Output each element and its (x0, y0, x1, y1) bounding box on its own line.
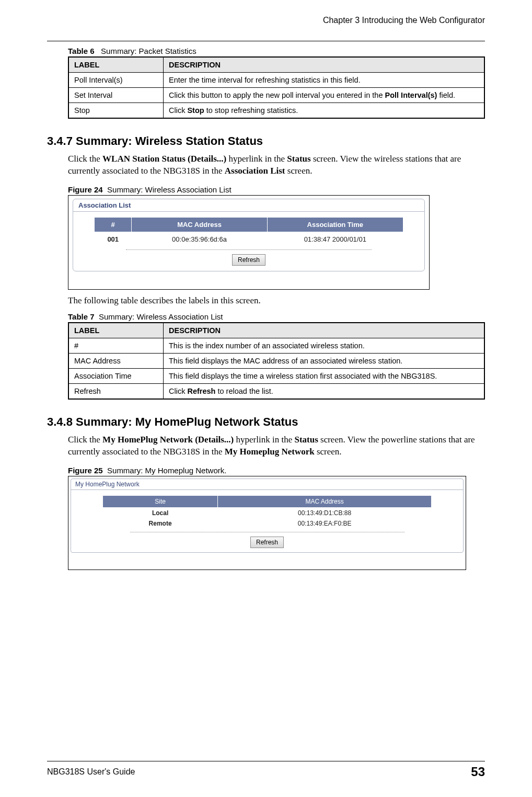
refresh-button[interactable]: Refresh (232, 254, 265, 266)
fig24-col-idx: # (95, 217, 132, 232)
figure25-panel-title: My HomePlug Network (71, 479, 463, 490)
table7-caption: Table 7 Summary: Wireless Association Li… (68, 312, 485, 321)
fig24-row-idx: 001 (95, 232, 132, 246)
dotted-separator (126, 249, 372, 250)
table6-header-label: LABEL (68, 57, 164, 73)
dotted-separator (130, 532, 404, 532)
fig24-col-assoc: Association Time (267, 217, 403, 232)
section-347-para: Click the WLAN Station Status (Details..… (47, 153, 485, 177)
header-rule (47, 41, 485, 41)
section-348-para: Click the My HomePlug Network (Details..… (47, 434, 485, 458)
refresh-button[interactable]: Refresh (250, 537, 284, 548)
table-row: Refresh Click Refresh to reload the list… (68, 383, 484, 399)
fig24-row-mac: 00:0e:35:96:6d:6a (132, 232, 268, 246)
table-row: MAC Address This field displays the MAC … (68, 353, 484, 368)
table7-header-label: LABEL (68, 323, 164, 338)
table7: LABEL DESCRIPTION # This is the index nu… (68, 322, 485, 400)
section-348-title: 3.4.8 Summary: My HomePlug Network Statu… (47, 415, 485, 429)
t6-r1-label: Set Interval (68, 88, 164, 103)
table-row: Poll Interval(s) Enter the time interval… (68, 73, 484, 88)
t6-r0-desc: Enter the time interval for refreshing s… (164, 73, 485, 88)
page-number: 53 (471, 765, 485, 779)
t6-r0-label: Poll Interval(s) (68, 73, 164, 88)
table-row: 001 00:0e:35:96:6d:6a 01:38:47 2000/01/0… (95, 232, 403, 246)
table6-header-desc: DESCRIPTION (164, 57, 485, 73)
figure24-box: Association List # MAC Address Associati… (68, 195, 430, 290)
table7-intro: The following table describes the labels… (47, 295, 485, 307)
figure24-caption: Figure 24 Summary: Wireless Association … (47, 185, 485, 194)
figure24-panel-title: Association List (73, 199, 424, 212)
t6-r2-desc: Click Stop to stop refreshing statistics… (164, 103, 485, 119)
table6-caption-text: Summary: Packet Statistics (101, 47, 196, 55)
footer-guide: NBG318S User's Guide (47, 767, 135, 777)
table-row: Association Time This field displays the… (68, 368, 484, 383)
table-row: Stop Click Stop to stop refreshing stati… (68, 103, 484, 119)
page-footer: NBG318S User's Guide 53 (47, 761, 485, 779)
table7-header-desc: DESCRIPTION (164, 323, 485, 338)
fig25-col-mac: MAC Address (218, 495, 432, 507)
t6-r1-desc: Click this button to apply the new poll … (164, 88, 485, 103)
table-row: Set Interval Click this button to apply … (68, 88, 484, 103)
table-row: # This is the index number of an associa… (68, 338, 484, 353)
fig25-col-site: Site (103, 495, 218, 507)
table-row: Remote 00:13:49:EA:F0:BE (103, 518, 432, 529)
figure25-panel: My HomePlug Network Site MAC Address Loc… (71, 479, 464, 553)
fig24-row-assoc: 01:38:47 2000/01/01 (267, 232, 403, 246)
figure24-panel: Association List # MAC Address Associati… (73, 199, 425, 271)
table6: LABEL DESCRIPTION Poll Interval(s) Enter… (68, 56, 485, 119)
section-347-title: 3.4.7 Summary: Wireless Station Status (47, 134, 485, 148)
figure25-table: Site MAC Address Local 00:13:49:D1:CB:88… (102, 495, 432, 529)
figure24-table: # MAC Address Association Time 001 00:0e… (94, 217, 403, 246)
table6-caption-num: Table 6 (68, 47, 95, 55)
figure25-box: My HomePlug Network Site MAC Address Loc… (68, 476, 466, 570)
table6-caption: Table 6 Summary: Packet Statistics (68, 47, 485, 55)
table-row: Local 00:13:49:D1:CB:88 (103, 507, 432, 518)
t6-r2-label: Stop (68, 103, 164, 119)
fig24-col-mac: MAC Address (132, 217, 268, 232)
chapter-header: Chapter 3 Introducing the Web Configurat… (47, 16, 485, 25)
figure25-caption: Figure 25 Summary: My Homeplug Network. (47, 466, 485, 475)
